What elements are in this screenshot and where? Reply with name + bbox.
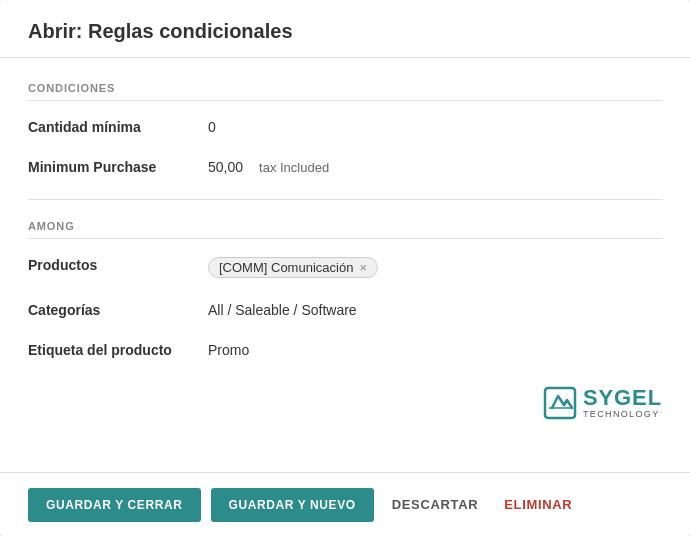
discard-button[interactable]: DESCARTAR xyxy=(384,487,487,522)
cantidad-minima-value: 0 xyxy=(208,117,662,135)
minimum-purchase-label: Minimum Purchase xyxy=(28,157,208,175)
productos-row: Productos [COMM] Comunicación × xyxy=(28,251,662,282)
sygel-text-block: SYGEL TECHNOLOGY xyxy=(583,386,662,420)
modal-container: Abrir: Reglas condicionales CONDICIONES … xyxy=(0,0,690,536)
modal-title: Abrir: Reglas condicionales xyxy=(0,0,690,58)
modal-footer: GUARDAR Y CERRAR GUARDAR Y NUEVO DESCART… xyxy=(0,472,690,536)
sygel-logo-icon xyxy=(543,386,577,420)
svg-rect-0 xyxy=(545,388,575,418)
cantidad-minima-row: Cantidad mínima 0 xyxy=(28,113,662,139)
delete-button[interactable]: ELIMINAR xyxy=(496,487,580,522)
productos-value: [COMM] Comunicación × xyxy=(208,255,662,278)
condiciones-section: CONDICIONES Cantidad mínima 0 Minimum Pu… xyxy=(28,82,662,179)
among-label: AMONG xyxy=(28,220,662,239)
logo-main-text: SYGEL xyxy=(583,386,662,410)
categorias-row: Categorías All / Saleable / Software xyxy=(28,296,662,322)
minimum-purchase-amount: 50,00 xyxy=(208,159,243,175)
categorias-label: Categorías xyxy=(28,300,208,318)
sygel-logo: SYGEL TECHNOLOGY xyxy=(543,386,662,420)
cantidad-minima-label: Cantidad mínima xyxy=(28,117,208,135)
etiqueta-row: Etiqueta del producto Promo xyxy=(28,336,662,362)
among-section: AMONG Productos [COMM] Comunicación × Ca… xyxy=(28,220,662,362)
producto-tag: [COMM] Comunicación × xyxy=(208,257,378,278)
divider-1 xyxy=(28,199,662,200)
producto-tag-close[interactable]: × xyxy=(359,261,367,274)
logo-sub-text: TECHNOLOGY xyxy=(583,410,662,420)
tax-label: tax Included xyxy=(259,160,329,175)
categorias-value: All / Saleable / Software xyxy=(208,300,662,318)
save-new-button[interactable]: GUARDAR Y NUEVO xyxy=(211,488,374,522)
save-close-button[interactable]: GUARDAR Y CERRAR xyxy=(28,488,201,522)
minimum-purchase-value-group: 50,00 tax Included xyxy=(208,157,662,175)
minimum-purchase-row: Minimum Purchase 50,00 tax Included xyxy=(28,153,662,179)
logo-area: SYGEL TECHNOLOGY xyxy=(28,382,662,428)
productos-label: Productos xyxy=(28,255,208,273)
etiqueta-label: Etiqueta del producto xyxy=(28,340,208,358)
producto-tag-text: [COMM] Comunicación xyxy=(219,260,353,275)
condiciones-label: CONDICIONES xyxy=(28,82,662,101)
etiqueta-value: Promo xyxy=(208,340,662,358)
modal-body: CONDICIONES Cantidad mínima 0 Minimum Pu… xyxy=(0,58,690,472)
